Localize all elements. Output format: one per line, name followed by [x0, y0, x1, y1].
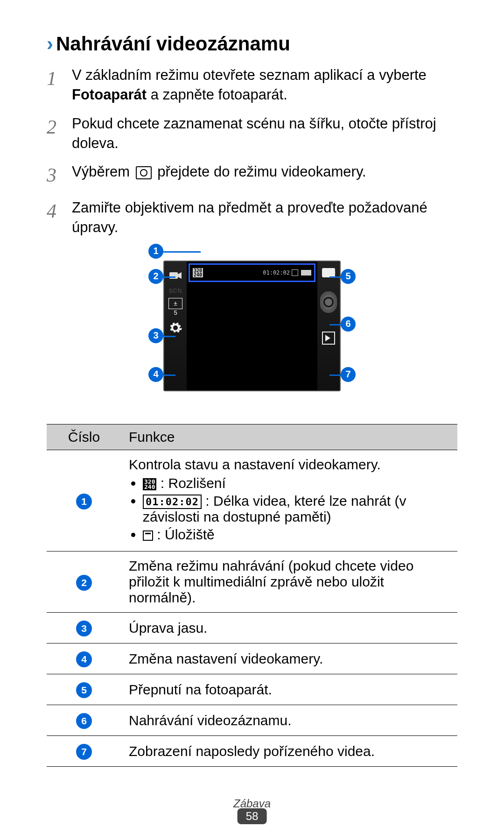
table-row: 4 Změna nastavení videokamery. — [47, 643, 457, 674]
step-2: 2 Pokud chcete zaznamenat scénu na šířku… — [47, 114, 457, 153]
status-bar: 320240 01:02:02 — [189, 263, 315, 282]
step-4: 4 Zamiřte objektivem na předmět a proveď… — [47, 198, 457, 237]
callout-4: 4 — [148, 367, 163, 382]
section-heading: ›Nahrávání videozáznamu — [47, 33, 457, 55]
step-number: 4 — [47, 198, 72, 237]
table-header-number: Číslo — [47, 424, 121, 450]
row-badge: 2 — [76, 575, 92, 591]
callout-3: 3 — [148, 328, 163, 343]
svg-marker-1 — [178, 272, 182, 279]
storage-icon — [292, 269, 298, 276]
table-row: 3 Úprava jasu. — [47, 613, 457, 643]
gear-icon — [168, 321, 182, 335]
video-mode-icon — [168, 268, 183, 283]
row-badge: 6 — [76, 713, 92, 729]
record-button — [320, 291, 337, 313]
camera-switch-icon — [322, 268, 335, 277]
duration-icon: 01:02:02 — [143, 495, 202, 509]
resolution-icon: 320240 — [143, 478, 156, 490]
step-number: 3 — [47, 162, 72, 189]
step-3: 3 Výběrem přejdete do režimu videokamery… — [47, 162, 457, 189]
scn-label: SCN — [164, 288, 187, 294]
row-badge: 1 — [76, 494, 92, 509]
camera-mode-icon — [136, 166, 152, 179]
callout-1: 1 — [148, 244, 163, 259]
camcorder-diagram: SCN ± 5 320240 01:02:02 1 — [107, 247, 397, 410]
row-badge: 3 — [76, 621, 92, 636]
row-badge: 7 — [76, 744, 92, 760]
functions-table: Číslo Funkce 1 Kontrola stavu a nastaven… — [47, 424, 457, 767]
callout-5: 5 — [341, 269, 356, 284]
resolution-indicator: 320240 — [193, 268, 203, 277]
table-row: 2 Změna režimu nahrávání (pokud chcete v… — [47, 551, 457, 613]
exposure-value: 5 — [164, 309, 187, 316]
table-row: 1 Kontrola stavu a nastavení videokamery… — [47, 450, 457, 551]
step-number: 1 — [47, 65, 72, 105]
callout-6: 6 — [341, 317, 356, 332]
chevron-icon: › — [47, 33, 53, 55]
step-1: 1 V základním režimu otevřete seznam apl… — [47, 65, 457, 105]
battery-icon — [301, 270, 311, 276]
page-number: 58 — [238, 808, 267, 824]
playback-icon — [322, 332, 335, 345]
device-screen: SCN ± 5 320240 01:02:02 — [163, 261, 341, 391]
row-badge: 4 — [76, 651, 92, 667]
callout-2: 2 — [148, 269, 163, 284]
record-time: 01:02:02 — [263, 269, 290, 276]
table-header-function: Funkce — [121, 424, 457, 450]
row-badge: 5 — [76, 682, 92, 698]
storage-icon — [143, 530, 153, 541]
callout-7: 7 — [341, 367, 356, 382]
exposure-icon: ± — [168, 298, 182, 309]
table-row: 7 Zobrazení naposledy pořízeného videa. — [47, 736, 457, 767]
table-row: 5 Přepnutí na fotoaparát. — [47, 674, 457, 705]
step-number: 2 — [47, 114, 72, 153]
table-row: 6 Nahrávání videozáznamu. — [47, 705, 457, 736]
